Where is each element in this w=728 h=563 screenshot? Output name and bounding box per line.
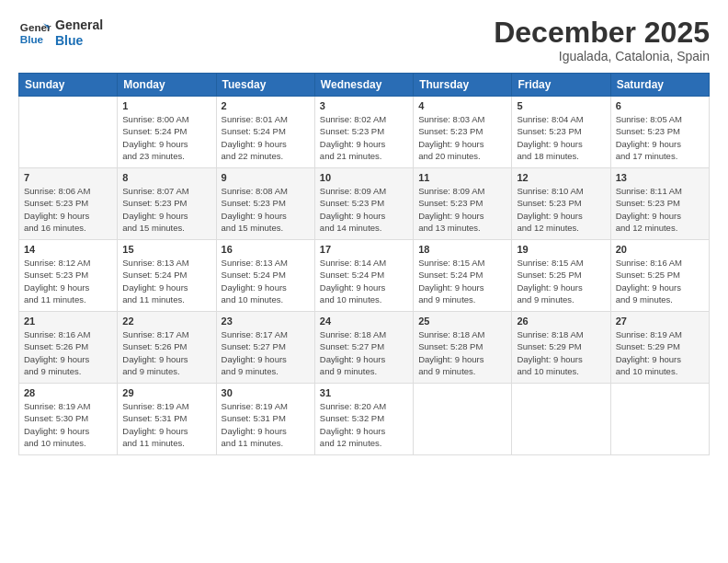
title-block: December 2025 Igualada, Catalonia, Spain	[494, 17, 710, 63]
calendar-cell: 11Sunrise: 8:09 AMSunset: 5:23 PMDayligh…	[414, 168, 512, 240]
day-info: Sunrise: 8:19 AMSunset: 5:31 PMDaylight:…	[222, 400, 310, 449]
day-number: 29	[122, 387, 210, 398]
calendar-header-saturday: Saturday	[610, 74, 709, 97]
day-info: Sunrise: 8:17 AMSunset: 5:26 PMDaylight:…	[122, 328, 210, 377]
calendar-cell: 9Sunrise: 8:08 AMSunset: 5:23 PMDaylight…	[216, 168, 314, 240]
calendar-cell: 28Sunrise: 8:19 AMSunset: 5:30 PMDayligh…	[19, 384, 118, 455]
calendar-cell: 30Sunrise: 8:19 AMSunset: 5:31 PMDayligh…	[216, 384, 314, 455]
day-info: Sunrise: 8:18 AMSunset: 5:28 PMDaylight:…	[418, 328, 506, 377]
calendar-cell: 14Sunrise: 8:12 AMSunset: 5:23 PMDayligh…	[19, 240, 118, 312]
calendar-cell: 6Sunrise: 8:05 AMSunset: 5:23 PMDaylight…	[610, 97, 709, 168]
calendar-header-thursday: Thursday	[414, 74, 512, 97]
calendar-cell: 26Sunrise: 8:18 AMSunset: 5:29 PMDayligh…	[512, 312, 610, 384]
day-number: 8	[122, 172, 210, 183]
calendar-cell: 12Sunrise: 8:10 AMSunset: 5:23 PMDayligh…	[512, 168, 610, 240]
day-number: 1	[122, 100, 210, 111]
day-number: 11	[418, 172, 506, 183]
calendar-cell: 18Sunrise: 8:15 AMSunset: 5:24 PMDayligh…	[414, 240, 512, 312]
day-number: 17	[320, 244, 408, 255]
day-info: Sunrise: 8:15 AMSunset: 5:24 PMDaylight:…	[418, 257, 506, 305]
day-number: 31	[320, 387, 408, 398]
calendar-cell: 10Sunrise: 8:09 AMSunset: 5:23 PMDayligh…	[314, 168, 413, 240]
calendar-cell: 27Sunrise: 8:19 AMSunset: 5:29 PMDayligh…	[610, 312, 709, 384]
day-number: 23	[222, 316, 310, 327]
calendar-header-sunday: Sunday	[19, 74, 118, 97]
day-info: Sunrise: 8:09 AMSunset: 5:23 PMDaylight:…	[418, 185, 506, 234]
day-number: 18	[418, 244, 506, 255]
calendar-cell: 31Sunrise: 8:20 AMSunset: 5:32 PMDayligh…	[314, 384, 413, 455]
day-info: Sunrise: 8:16 AMSunset: 5:26 PMDaylight:…	[24, 328, 112, 377]
calendar-cell	[610, 384, 709, 455]
day-number: 26	[517, 316, 605, 327]
day-number: 4	[418, 100, 506, 111]
day-number: 5	[517, 100, 605, 111]
month-title: December 2025	[494, 17, 710, 49]
day-number: 30	[222, 387, 310, 398]
day-number: 12	[517, 172, 605, 183]
day-info: Sunrise: 8:00 AMSunset: 5:24 PMDaylight:…	[122, 113, 210, 162]
day-number: 13	[616, 172, 704, 183]
location: Igualada, Catalonia, Spain	[494, 49, 710, 63]
day-number: 9	[222, 172, 310, 183]
calendar-cell: 2Sunrise: 8:01 AMSunset: 5:24 PMDaylight…	[216, 97, 314, 168]
day-number: 28	[24, 387, 112, 398]
day-number: 24	[320, 316, 408, 327]
calendar-header-wednesday: Wednesday	[314, 74, 413, 97]
calendar-cell: 16Sunrise: 8:13 AMSunset: 5:24 PMDayligh…	[216, 240, 314, 312]
calendar-cell: 17Sunrise: 8:14 AMSunset: 5:24 PMDayligh…	[314, 240, 413, 312]
calendar-cell: 8Sunrise: 8:07 AMSunset: 5:23 PMDaylight…	[118, 168, 216, 240]
svg-text:Blue: Blue	[20, 33, 44, 45]
day-number: 10	[320, 172, 408, 183]
calendar-cell: 13Sunrise: 8:11 AMSunset: 5:23 PMDayligh…	[610, 168, 709, 240]
day-number: 2	[222, 100, 310, 111]
day-number: 20	[616, 244, 704, 255]
day-info: Sunrise: 8:18 AMSunset: 5:27 PMDaylight:…	[320, 328, 408, 377]
day-info: Sunrise: 8:19 AMSunset: 5:30 PMDaylight:…	[24, 400, 112, 449]
day-info: Sunrise: 8:06 AMSunset: 5:23 PMDaylight:…	[24, 185, 112, 234]
logo-line1: General	[55, 17, 103, 33]
calendar-cell: 15Sunrise: 8:13 AMSunset: 5:24 PMDayligh…	[118, 240, 216, 312]
page-header: General Blue General Blue December 2025 …	[18, 17, 710, 63]
day-info: Sunrise: 8:18 AMSunset: 5:29 PMDaylight:…	[517, 328, 605, 377]
calendar-cell: 24Sunrise: 8:18 AMSunset: 5:27 PMDayligh…	[314, 312, 413, 384]
calendar-cell: 3Sunrise: 8:02 AMSunset: 5:23 PMDaylight…	[314, 97, 413, 168]
day-info: Sunrise: 8:12 AMSunset: 5:23 PMDaylight:…	[24, 257, 112, 305]
svg-text:General: General	[20, 21, 51, 33]
calendar-cell: 1Sunrise: 8:00 AMSunset: 5:24 PMDaylight…	[118, 97, 216, 168]
calendar-cell	[512, 384, 610, 455]
day-number: 21	[24, 316, 112, 327]
calendar-cell: 25Sunrise: 8:18 AMSunset: 5:28 PMDayligh…	[414, 312, 512, 384]
day-number: 19	[517, 244, 605, 255]
calendar-header-tuesday: Tuesday	[216, 74, 314, 97]
day-info: Sunrise: 8:13 AMSunset: 5:24 PMDaylight:…	[122, 257, 210, 305]
day-number: 16	[222, 244, 310, 255]
day-number: 14	[24, 244, 112, 255]
calendar-cell: 5Sunrise: 8:04 AMSunset: 5:23 PMDaylight…	[512, 97, 610, 168]
day-info: Sunrise: 8:17 AMSunset: 5:27 PMDaylight:…	[222, 328, 310, 377]
day-info: Sunrise: 8:19 AMSunset: 5:29 PMDaylight:…	[616, 328, 704, 377]
day-info: Sunrise: 8:13 AMSunset: 5:24 PMDaylight:…	[222, 257, 310, 305]
day-number: 6	[616, 100, 704, 111]
day-info: Sunrise: 8:10 AMSunset: 5:23 PMDaylight:…	[517, 185, 605, 234]
day-info: Sunrise: 8:16 AMSunset: 5:25 PMDaylight:…	[616, 257, 704, 305]
day-number: 27	[616, 316, 704, 327]
calendar-cell: 22Sunrise: 8:17 AMSunset: 5:26 PMDayligh…	[118, 312, 216, 384]
day-number: 7	[24, 172, 112, 183]
day-info: Sunrise: 8:07 AMSunset: 5:23 PMDaylight:…	[122, 185, 210, 234]
day-info: Sunrise: 8:20 AMSunset: 5:32 PMDaylight:…	[320, 400, 408, 449]
day-number: 25	[418, 316, 506, 327]
calendar-table: SundayMondayTuesdayWednesdayThursdayFrid…	[18, 73, 710, 455]
calendar-header-friday: Friday	[512, 74, 610, 97]
day-info: Sunrise: 8:15 AMSunset: 5:25 PMDaylight:…	[517, 257, 605, 305]
day-info: Sunrise: 8:01 AMSunset: 5:24 PMDaylight:…	[222, 113, 310, 162]
calendar-cell	[414, 384, 512, 455]
logo: General Blue General Blue	[18, 17, 103, 50]
calendar-cell: 20Sunrise: 8:16 AMSunset: 5:25 PMDayligh…	[610, 240, 709, 312]
day-info: Sunrise: 8:14 AMSunset: 5:24 PMDaylight:…	[320, 257, 408, 305]
day-number: 22	[122, 316, 210, 327]
day-info: Sunrise: 8:11 AMSunset: 5:23 PMDaylight:…	[616, 185, 704, 234]
calendar-header-monday: Monday	[118, 74, 216, 97]
day-info: Sunrise: 8:09 AMSunset: 5:23 PMDaylight:…	[320, 185, 408, 234]
logo-icon: General Blue	[18, 17, 51, 50]
calendar-cell: 21Sunrise: 8:16 AMSunset: 5:26 PMDayligh…	[19, 312, 118, 384]
